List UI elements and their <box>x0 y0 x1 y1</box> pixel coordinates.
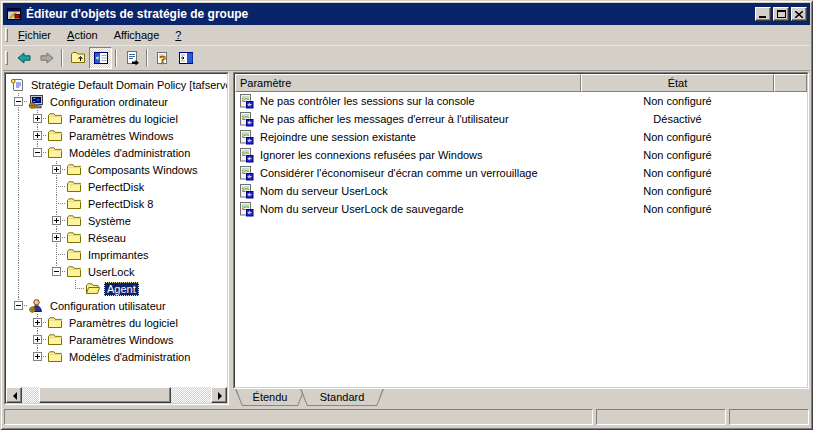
tab-standard[interactable]: Standard <box>300 389 384 406</box>
tree-item-modeles-d-administration[interactable]: Modèles d'administration <box>9 348 227 365</box>
tree-item-userlock[interactable]: UserLock <box>9 263 227 280</box>
tree-item-reseau[interactable]: Réseau <box>9 229 227 246</box>
column-header-parametre[interactable]: Paramètre <box>235 74 581 92</box>
list-row[interactable]: Ne pas afficher les messages d'erreur à … <box>235 110 807 128</box>
setting-name: Ne pas afficher les messages d'erreur à … <box>260 113 509 125</box>
folder-icon <box>47 315 63 331</box>
folder-icon <box>66 247 82 263</box>
close-button[interactable] <box>791 7 807 21</box>
group-policy-editor-window: Éditeur d'objets de stratégie de groupe … <box>0 0 813 430</box>
expand-button[interactable] <box>33 131 42 140</box>
list-row[interactable]: Ne pas contrôler les sessions sur la con… <box>235 92 807 110</box>
tree-item-label: Agent <box>104 282 139 296</box>
tree-connector <box>66 280 85 297</box>
tree-guide <box>9 161 28 178</box>
list-row[interactable]: Considérer l'économiseur d'écran comme u… <box>235 164 807 182</box>
help-button[interactable]: ? <box>151 47 174 69</box>
tree-item-parametres-du-logiciel[interactable]: Paramètres du logiciel <box>9 314 227 331</box>
export-list-button[interactable] <box>120 47 143 69</box>
help-icon: ? <box>155 50 171 66</box>
setting-name-cell: Ne pas contrôler les sessions sur la con… <box>235 93 581 109</box>
column-header-empty[interactable] <box>774 74 807 92</box>
scroll-right-button[interactable] <box>211 387 227 403</box>
policy-setting-icon <box>238 147 254 163</box>
expand-button[interactable] <box>33 318 42 327</box>
tree-guide <box>9 246 28 263</box>
toolbar-gripper[interactable] <box>5 51 8 65</box>
tree-connector <box>28 331 47 348</box>
setting-name: Considérer l'économiseur d'écran comme u… <box>260 167 538 179</box>
user-icon <box>28 298 44 314</box>
expand-button[interactable] <box>33 352 42 361</box>
policy-setting-icon <box>238 165 254 181</box>
tab-etendu[interactable]: Étendu <box>235 389 305 406</box>
minimize-button[interactable] <box>755 7 771 21</box>
menubar-gripper[interactable] <box>5 28 8 42</box>
show-hide-console-tree-button[interactable] <box>89 47 112 69</box>
tree-horizontal-scrollbar[interactable] <box>6 387 227 403</box>
folder-icon <box>47 145 63 161</box>
expand-button[interactable] <box>52 216 61 225</box>
export-list-icon <box>124 50 140 66</box>
tree-item-modeles-d-administration[interactable]: Modèles d'administration <box>9 144 227 161</box>
tree-item-perfectdisk-8[interactable]: PerfectDisk 8 <box>9 195 227 212</box>
forward-button[interactable] <box>35 47 58 69</box>
setting-state: Désactivé <box>581 113 774 125</box>
maximize-icon <box>777 10 786 18</box>
tree-item-perfectdisk[interactable]: PerfectDisk <box>9 178 227 195</box>
tree-item-label: PerfectDisk 8 <box>85 197 156 211</box>
toolbar-separator <box>61 49 63 67</box>
setting-name-cell: Nom du serveur UserLock <box>235 183 581 199</box>
menu-fichier[interactable]: Fichier <box>10 26 59 44</box>
close-icon <box>795 11 803 18</box>
column-header-etat[interactable]: État <box>581 74 774 92</box>
tree-item-label: Paramètres du logiciel <box>66 316 181 330</box>
menu-affichage[interactable]: Affichage <box>106 26 168 44</box>
tree-item-label: Paramètres du logiciel <box>66 112 181 126</box>
collapse-button[interactable] <box>14 97 23 106</box>
collapse-button[interactable] <box>14 301 23 310</box>
show-hide-description-button[interactable] <box>174 47 197 69</box>
tree-guide <box>9 263 28 280</box>
setting-state: Non configuré <box>581 149 774 161</box>
tree-item-agent[interactable]: Agent <box>9 280 227 297</box>
back-button[interactable] <box>12 47 35 69</box>
expand-button[interactable] <box>33 335 42 344</box>
list-row[interactable]: Nom du serveur UserLockNon configuré <box>235 182 807 200</box>
menu-help[interactable]: ? <box>167 26 189 44</box>
policy-setting-icon <box>238 129 254 145</box>
collapse-button[interactable] <box>52 267 61 276</box>
expand-button[interactable] <box>52 233 61 242</box>
scroll-left-button[interactable] <box>6 387 22 403</box>
tree-item-systeme[interactable]: Système <box>9 212 227 229</box>
tree-item-configuration-utilisateur[interactable]: Configuration utilisateur <box>9 297 227 314</box>
tree-item-label: Composants Windows <box>85 163 200 177</box>
collapse-button[interactable] <box>33 148 42 157</box>
tree-item-label: PerfectDisk <box>85 180 147 194</box>
folder-icon <box>66 264 82 280</box>
maximize-button[interactable] <box>773 7 789 21</box>
scrollbar-thumb[interactable] <box>39 387 171 403</box>
tree-item-imprimantes[interactable]: Imprimantes <box>9 246 227 263</box>
menu-action[interactable]: Action <box>59 26 106 44</box>
tree-item-configuration-ordinateur[interactable]: Configuration ordinateur <box>9 93 227 110</box>
tree-connector <box>47 212 66 229</box>
tree-connector <box>28 110 47 127</box>
tree-item-parametres-windows[interactable]: Paramètres Windows <box>9 331 227 348</box>
folder-icon <box>66 213 82 229</box>
list-row[interactable]: Rejoindre une session existanteNon confi… <box>235 128 807 146</box>
list-row[interactable]: Nom du serveur UserLock de sauvegardeNon… <box>235 200 807 218</box>
tree-item-composants-windows[interactable]: Composants Windows <box>9 161 227 178</box>
tree-item-parametres-du-logiciel[interactable]: Paramètres du logiciel <box>9 110 227 127</box>
status-segment <box>596 409 726 425</box>
expand-button[interactable] <box>52 165 61 174</box>
titlebar[interactable]: Éditeur d'objets de stratégie de groupe <box>3 3 810 25</box>
toolbar: ? <box>3 45 810 71</box>
tree-item-label: Système <box>85 214 134 228</box>
tree-item-strategie-default-domain-policy-tafserve[interactable]: Stratégie Default Domain Policy [tafserv… <box>9 76 227 93</box>
up-one-level-button[interactable] <box>66 47 89 69</box>
expand-button[interactable] <box>33 114 42 123</box>
tree-connector <box>9 93 28 110</box>
tree-item-parametres-windows[interactable]: Paramètres Windows <box>9 127 227 144</box>
list-row[interactable]: Ignorer les connexions refusées par Wind… <box>235 146 807 164</box>
